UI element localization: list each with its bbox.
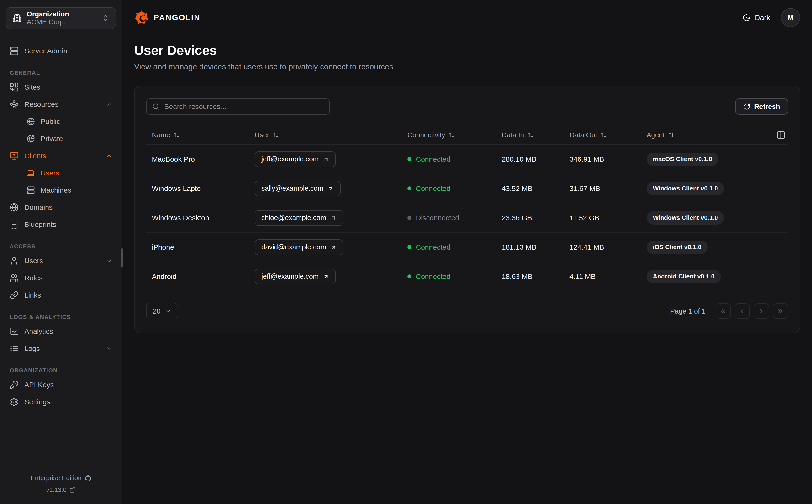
status-dot-icon xyxy=(407,216,411,220)
refresh-icon xyxy=(743,103,750,110)
sort-icon xyxy=(273,132,279,138)
status-dot-icon xyxy=(407,157,411,161)
sidebar-item-analytics[interactable]: Analytics xyxy=(6,323,116,340)
sidebar-item-logs[interactable]: Logs xyxy=(6,340,116,357)
agent-badge: macOS Client v0.1.0 xyxy=(647,153,719,166)
sidebar-section-access: ACCESS xyxy=(6,243,116,250)
status-badge: Connected xyxy=(407,155,502,163)
gear-icon xyxy=(10,397,19,406)
data-out-value: 124.41 MB xyxy=(569,243,647,251)
sidebar-item-label: Public xyxy=(41,118,60,126)
sidebar-item-blueprints[interactable]: Blueprints xyxy=(6,216,116,233)
sidebar-item-domains[interactable]: Domains xyxy=(6,199,116,216)
column-header-data-out[interactable]: Data Out xyxy=(569,131,647,139)
logs-icon xyxy=(10,344,19,353)
sidebar-item-private[interactable]: Private xyxy=(23,130,116,147)
brand-name: PANGOLIN xyxy=(154,13,200,22)
sidebar-item-client-machines[interactable]: Machines xyxy=(23,182,116,199)
sidebar-item-clients[interactable]: Clients xyxy=(6,147,116,165)
sidebar-item-sites[interactable]: Sites xyxy=(6,79,116,96)
column-header-connectivity[interactable]: Connectivity xyxy=(407,131,502,139)
sidebar-item-label: Links xyxy=(24,291,41,299)
user-link-button[interactable]: jeff@example.com xyxy=(255,269,336,284)
sidebar-item-public[interactable]: Public xyxy=(23,113,116,130)
columns-icon xyxy=(776,130,786,139)
sidebar-item-label: Users xyxy=(41,169,59,177)
sidebar-item-settings[interactable]: Settings xyxy=(6,393,116,411)
chevron-up-icon xyxy=(106,153,112,159)
theme-toggle[interactable]: Dark xyxy=(743,14,770,22)
chevron-up-icon xyxy=(106,101,112,108)
user-link-button[interactable]: sally@example.com xyxy=(255,181,341,196)
user-link-button[interactable]: chloe@example.com xyxy=(255,210,343,226)
version-line[interactable]: v1.13.0 xyxy=(46,486,75,494)
arrow-up-right-icon xyxy=(323,156,329,162)
version-label: v1.13.0 xyxy=(46,486,66,494)
status-dot-icon xyxy=(407,274,411,278)
sidebar-item-users[interactable]: Users xyxy=(6,252,116,269)
edition-line: Enterprise Edition xyxy=(31,474,91,482)
sidebar-item-label: API Keys xyxy=(24,381,54,389)
chevrons-left-icon xyxy=(720,308,727,315)
table-row: Windows Lapto sally@example.com Connecte… xyxy=(146,174,788,203)
sidebar-item-label: Sites xyxy=(24,83,40,91)
last-page-button[interactable] xyxy=(773,303,788,319)
table-row: Windows Desktop chloe@example.com Discon… xyxy=(146,203,788,233)
users-icon xyxy=(10,273,19,283)
next-page-button[interactable] xyxy=(754,303,769,319)
column-header-user[interactable]: User xyxy=(255,131,407,139)
status-badge: Connected xyxy=(407,185,502,193)
sidebar-item-roles[interactable]: Roles xyxy=(6,269,116,287)
sort-icon xyxy=(448,132,455,138)
page-size-select[interactable]: 20 xyxy=(146,303,178,319)
sidebar-item-label: Logs xyxy=(24,345,40,353)
user-link-button[interactable]: david@example.com xyxy=(255,239,343,255)
sidebar-item-resources[interactable]: Resources xyxy=(6,96,116,113)
sort-icon xyxy=(527,132,534,138)
sidebar-item-api-keys[interactable]: API Keys xyxy=(6,376,116,393)
devices-card: Refresh Name User Connectivity Data In D… xyxy=(134,86,800,333)
clients-subgroup: Users Machines xyxy=(16,165,116,199)
sidebar-item-links[interactable]: Links xyxy=(6,287,116,304)
sidebar-resize-handle[interactable] xyxy=(121,248,123,267)
sidebar-item-server-admin[interactable]: Server Admin xyxy=(6,42,116,60)
user-link-button[interactable]: jeff@example.com xyxy=(255,151,336,167)
org-selector[interactable]: Organization ACME Corp. xyxy=(6,7,116,29)
theme-label: Dark xyxy=(755,14,770,22)
status-badge: Connected xyxy=(407,243,502,251)
table-row: MacBook Pro jeff@example.com Connected 2… xyxy=(146,145,788,174)
previous-page-button[interactable] xyxy=(735,303,750,319)
brand[interactable]: PANGOLIN xyxy=(134,10,200,25)
sidebar-item-client-users[interactable]: Users xyxy=(23,165,116,182)
sidebar-item-label: Server Admin xyxy=(24,47,67,55)
github-icon[interactable] xyxy=(85,475,91,481)
main-content: PANGOLIN Dark M User Devices View and ma… xyxy=(122,0,812,504)
column-settings-button[interactable] xyxy=(774,130,788,139)
sidebar-item-label: Domains xyxy=(24,203,52,211)
sidebar-nav: Server Admin GENERAL Sites Resources xyxy=(6,42,116,411)
column-header-data-in[interactable]: Data In xyxy=(502,131,569,139)
sidebar-section-organization: ORGANIZATION xyxy=(6,367,116,374)
topbar: PANGOLIN Dark M xyxy=(122,0,812,27)
status-badge: Disconnected xyxy=(407,214,502,222)
refresh-button[interactable]: Refresh xyxy=(735,98,788,115)
moon-icon xyxy=(743,14,751,22)
data-out-value: 31.67 MB xyxy=(569,185,647,193)
sidebar-item-label: Resources xyxy=(24,100,58,108)
column-header-name[interactable]: Name xyxy=(152,131,255,139)
table-toolbar: Refresh xyxy=(146,98,788,115)
avatar[interactable]: M xyxy=(781,8,800,27)
device-name: MacBook Pro xyxy=(152,155,255,163)
search-input[interactable] xyxy=(164,103,324,111)
agent-badge: iOS Client v0.1.0 xyxy=(647,241,708,254)
chevron-right-icon xyxy=(758,308,765,315)
data-in-value: 18.63 MB xyxy=(502,273,569,281)
column-header-agent[interactable]: Agent xyxy=(647,131,774,139)
key-icon xyxy=(10,380,19,389)
chevron-left-icon xyxy=(739,308,746,315)
first-page-button[interactable] xyxy=(716,303,731,319)
search-box[interactable] xyxy=(146,98,330,115)
data-out-value: 4.11 MB xyxy=(569,273,647,281)
agent-badge: Windows Client v0.1.0 xyxy=(647,211,724,225)
table-row: iPhone david@example.com Connected 181.1… xyxy=(146,233,788,262)
